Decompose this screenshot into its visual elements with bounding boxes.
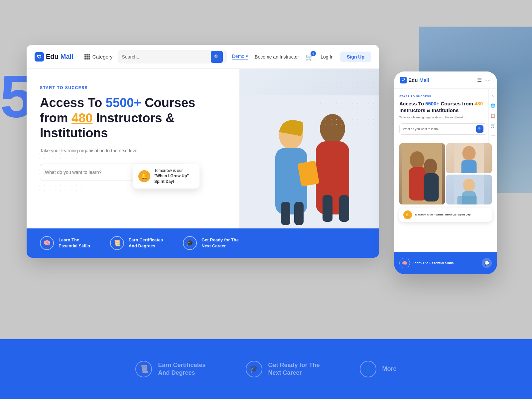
browser-card: 🛡 EduMall Category 🔍 Demo ▾ Become an In… — [27, 45, 379, 258]
phone-image-grid — [399, 143, 492, 204]
phone-480: 480 — [474, 101, 483, 106]
hero-title-480: 480 — [71, 111, 92, 125]
sidebar-cart-icon[interactable]: 🛒 — [490, 123, 495, 128]
phone-hero: START TO SUCCESS Access To 5500+ Courses… — [394, 89, 497, 143]
bottom-item-skills: 🧠 Learn The Essential Skills — [40, 236, 90, 250]
svg-point-13 — [424, 159, 437, 175]
svg-rect-14 — [424, 173, 439, 201]
notification-bell-icon: 🔔 — [138, 170, 150, 182]
search-button[interactable]: 🔍 — [211, 51, 223, 63]
phone-card: 🛡 EduMall ☰ ⋯ ↖ 🌐 📋 🛒 ✏ START TO SUCCESS… — [394, 71, 497, 274]
phone-brand-mall: Mall — [419, 77, 429, 83]
sidebar-globe-icon[interactable]: 🌐 — [490, 103, 495, 108]
grid-icon — [84, 54, 90, 60]
notification-bubble: 🔔 Tomorrow is our "When I Grow Up" Spiri… — [133, 164, 200, 189]
phone-sidebar: ↖ 🌐 📋 🛒 ✏ — [488, 89, 497, 143]
sidebar-cursor-icon[interactable]: ↖ — [491, 93, 495, 98]
bottom-item-career: 🎓 Get Ready for The Next Career — [183, 236, 239, 250]
brand-edu: Edu — [46, 53, 59, 61]
bg-career-text: Get Ready for The Next Career — [268, 361, 320, 377]
phone-logo-icon: 🛡 — [400, 77, 407, 83]
phone-5500: 5500+ — [425, 101, 439, 106]
bg-bottom-item-1: 📜 Earn Certificates And Degrees — [135, 361, 205, 377]
nav-links: Demo ▾ Become an Instructor 🛒 0 Log In S… — [232, 52, 371, 62]
main-search-bar[interactable]: 🔍 — [118, 50, 227, 64]
nav-divider — [79, 52, 79, 62]
bg-more-text: More — [382, 365, 397, 373]
bg-career-icon: 🎓 — [246, 361, 262, 377]
hero-subtitle: Take your learning organisation to the n… — [40, 147, 226, 154]
svg-rect-17 — [462, 160, 477, 173]
search-input[interactable] — [122, 54, 208, 60]
phone-search-bar[interactable]: 🔍 — [399, 123, 487, 135]
cart-badge: 0 — [311, 51, 316, 56]
hero-tag: START TO SUCCESS — [40, 85, 226, 90]
phone-hero-tag: START TO SUCCESS — [399, 95, 487, 98]
certificates-text: Earn Certificates And Degrees — [129, 237, 163, 249]
svg-rect-8 — [294, 202, 304, 225]
phone-topbar-icons: ☰ ⋯ — [477, 77, 491, 83]
logo[interactable]: 🛡 EduMall — [35, 52, 73, 62]
bg-certificates-text: Earn Certificates And Degrees — [158, 361, 205, 377]
hero-title-5500: 5500+ — [106, 96, 141, 110]
phone-notification: 🔔 Tomorrow is our "When I Grow Up" Spiri… — [399, 208, 492, 222]
browser-navbar: 🛡 EduMall Category 🔍 Demo ▾ Become an In… — [27, 45, 379, 69]
phone-logo[interactable]: 🛡 EduMall — [400, 77, 429, 83]
phone-bottom-content: 🧠 Learn The Essential Skills — [399, 258, 454, 268]
phone-search-input[interactable] — [403, 127, 476, 131]
svg-point-1 — [320, 114, 345, 143]
browser-bottom-bar: 🧠 Learn The Essential Skills 📜 Earn Cert… — [27, 228, 379, 258]
phone-image-2 — [446, 143, 492, 173]
demo-link[interactable]: Demo ▾ — [232, 54, 248, 60]
bg-certificates-icon: 📜 — [135, 361, 152, 377]
bg-bottom-item-3: 👤 More — [360, 361, 397, 377]
login-link[interactable]: Log In — [321, 54, 333, 60]
phone-bottom-label: Learn The Essential Skills — [413, 261, 454, 265]
phone-hero-subtitle: Take your learning organisation to the n… — [399, 115, 487, 120]
bg-more-icon: 👤 — [360, 361, 376, 377]
become-instructor-link[interactable]: Become an Instructor — [255, 54, 299, 60]
hamburger-icon[interactable]: ☰ — [477, 77, 482, 83]
phone-search-button[interactable]: 🔍 — [476, 125, 483, 133]
phone-topbar: 🛡 EduMall ☰ ⋯ — [394, 71, 497, 89]
category-label: Category — [92, 54, 113, 60]
hero-right — [239, 69, 379, 228]
career-icon: 🎓 — [183, 236, 197, 250]
skills-text: Learn The Essential Skills — [59, 237, 90, 249]
hero-title-part1: Access To — [40, 96, 106, 110]
phone-bottom-brain-icon: 🧠 — [399, 258, 410, 268]
bg-bottom-item-2: 🎓 Get Ready for The Next Career — [246, 361, 320, 377]
svg-point-11 — [410, 151, 425, 169]
phone-bottom-bar: 🧠 Learn The Essential Skills 💬 — [394, 252, 497, 274]
career-text: Get Ready for The Next Career — [201, 237, 239, 249]
cart-button[interactable]: 🛒 0 — [306, 53, 314, 61]
sidebar-edit-icon[interactable]: ✏ — [491, 133, 495, 138]
svg-point-19 — [463, 179, 475, 192]
sidebar-bookmark-icon[interactable]: 📋 — [490, 113, 495, 118]
skills-icon: 🧠 — [40, 236, 54, 250]
category-menu[interactable]: Category — [84, 54, 113, 60]
svg-rect-7 — [281, 202, 290, 225]
hero-left: START TO SUCCESS Access To 5500+ Courses… — [27, 69, 239, 228]
bg-bottom-bar: 📜 Earn Certificates And Degrees 🎓 Get Re… — [0, 339, 532, 399]
svg-rect-21 — [458, 196, 477, 204]
phone-notif-text: Tomorrow is our "When I Grow Up" Spirit … — [415, 213, 471, 216]
bottom-item-certificates: 📜 Earn Certificates And Degrees — [110, 236, 163, 250]
svg-rect-3 — [323, 195, 332, 222]
phone-chat-button[interactable]: 💬 — [482, 258, 492, 268]
chevron-down-icon: ▾ — [246, 54, 248, 59]
brand-mall: Mall — [61, 53, 73, 61]
svg-point-16 — [463, 146, 476, 161]
more-options-icon[interactable]: ⋯ — [486, 77, 491, 83]
hero-image — [239, 69, 379, 228]
svg-rect-4 — [339, 195, 349, 222]
hero-title: Access To 5500+ Courses from 480 Instruc… — [40, 95, 226, 141]
phone-image-3 — [446, 175, 492, 204]
phone-hero-title: Access To 5500+ Courses from 480 Instruc… — [399, 100, 487, 113]
hero-section: START TO SUCCESS Access To 5500+ Courses… — [27, 69, 379, 228]
certificates-icon: 📜 — [110, 236, 124, 250]
phone-brand-edu: Edu — [408, 77, 418, 83]
phone-image-1 — [399, 143, 445, 204]
logo-icon: 🛡 — [35, 52, 44, 62]
signup-button[interactable]: Sign Up — [340, 52, 371, 62]
